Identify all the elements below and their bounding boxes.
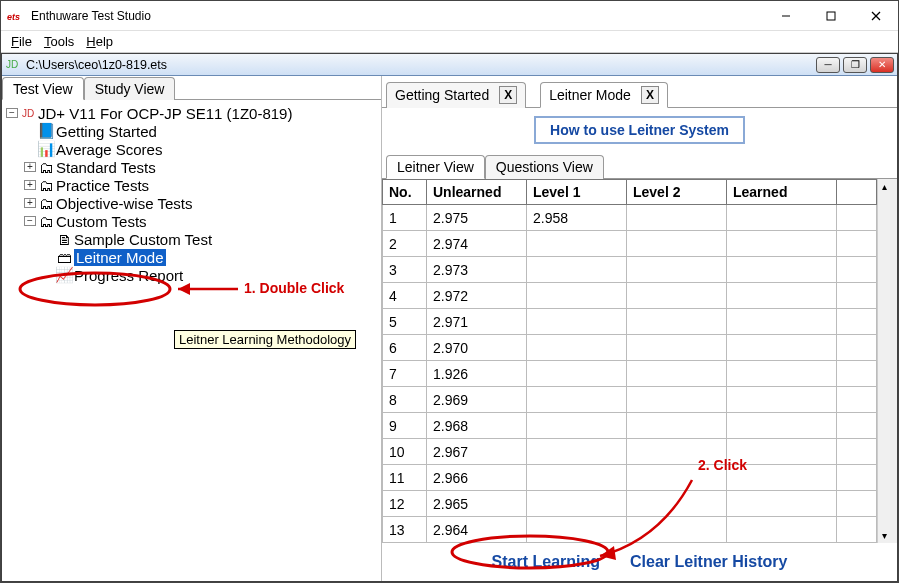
cell-l1[interactable]	[527, 309, 627, 335]
table-row[interactable]: 22.974	[383, 231, 877, 257]
cell-l1[interactable]	[527, 335, 627, 361]
cell-no[interactable]: 3	[383, 257, 427, 283]
table-row[interactable]: 71.926	[383, 361, 877, 387]
cell-no[interactable]: 12	[383, 491, 427, 517]
cell-l2[interactable]	[627, 309, 727, 335]
how-to-button[interactable]: How to use Leitner System	[534, 116, 745, 144]
col-learned[interactable]: Learned	[727, 180, 837, 205]
cell-no[interactable]: 2	[383, 231, 427, 257]
cell-no[interactable]: 8	[383, 387, 427, 413]
cell-no[interactable]: 10	[383, 439, 427, 465]
menu-help[interactable]: Help	[80, 32, 119, 51]
cell-unlearned[interactable]: 2.968	[427, 413, 527, 439]
tree-progress-report[interactable]: 📈 Progress Report	[6, 266, 377, 284]
minimize-button[interactable]	[763, 2, 808, 30]
cell-l2[interactable]	[627, 517, 727, 543]
collapse-icon[interactable]: −	[6, 108, 18, 118]
cell-l2[interactable]	[627, 465, 727, 491]
tree-getting-started[interactable]: 📘 Getting Started	[6, 122, 377, 140]
col-level2[interactable]: Level 2	[627, 180, 727, 205]
cell-unlearned[interactable]: 2.973	[427, 257, 527, 283]
expand-icon[interactable]: +	[24, 162, 36, 172]
cell-unlearned[interactable]: 2.970	[427, 335, 527, 361]
cell-learned[interactable]	[727, 205, 837, 231]
table-row[interactable]: 42.972	[383, 283, 877, 309]
cell-learned[interactable]	[727, 491, 837, 517]
cell-no[interactable]: 4	[383, 283, 427, 309]
cell-l1[interactable]	[527, 517, 627, 543]
cell-no[interactable]: 7	[383, 361, 427, 387]
cell-l2[interactable]	[627, 491, 727, 517]
cell-l1[interactable]	[527, 465, 627, 491]
scroll-up-icon[interactable]: ▴	[882, 181, 887, 192]
table-row[interactable]: 32.973	[383, 257, 877, 283]
subtab-questions-view[interactable]: Questions View	[485, 155, 604, 179]
cell-l2[interactable]	[627, 257, 727, 283]
tab-test-view[interactable]: Test View	[2, 77, 84, 100]
cell-no[interactable]: 9	[383, 413, 427, 439]
table-row[interactable]: 12.9752.958	[383, 205, 877, 231]
table-row[interactable]: 112.966	[383, 465, 877, 491]
tree-objective-wise[interactable]: + 🗂 Objective-wise Tests	[6, 194, 377, 212]
cell-learned[interactable]	[727, 387, 837, 413]
tree-leitner-mode[interactable]: 🗃 Leitner Mode	[6, 248, 377, 266]
cell-l1[interactable]	[527, 283, 627, 309]
cell-l1[interactable]: 2.958	[527, 205, 627, 231]
cell-unlearned[interactable]: 2.965	[427, 491, 527, 517]
close-tab-getting-started[interactable]: X	[499, 86, 517, 104]
mdi-close-button[interactable]: ✕	[870, 57, 894, 73]
cell-l1[interactable]	[527, 231, 627, 257]
cell-learned[interactable]	[727, 257, 837, 283]
tree-root[interactable]: − JD JD+ V11 For OCP-JP SE11 (1Z0-819)	[6, 104, 377, 122]
tab-leitner-mode[interactable]: Leitner Mode X	[540, 82, 668, 108]
close-tab-leitner-mode[interactable]: X	[641, 86, 659, 104]
mdi-minimize-button[interactable]: ─	[816, 57, 840, 73]
tree-standard-tests[interactable]: + 🗂 Standard Tests	[6, 158, 377, 176]
cell-l2[interactable]	[627, 413, 727, 439]
cell-learned[interactable]	[727, 309, 837, 335]
cell-no[interactable]: 1	[383, 205, 427, 231]
cell-learned[interactable]	[727, 335, 837, 361]
cell-learned[interactable]	[727, 361, 837, 387]
menu-file[interactable]: File	[5, 32, 38, 51]
cell-l2[interactable]	[627, 205, 727, 231]
expand-icon[interactable]: +	[24, 198, 36, 208]
cell-unlearned[interactable]: 2.964	[427, 517, 527, 543]
col-level1[interactable]: Level 1	[527, 180, 627, 205]
cell-unlearned[interactable]: 2.974	[427, 231, 527, 257]
cell-unlearned[interactable]: 2.966	[427, 465, 527, 491]
cell-no[interactable]: 5	[383, 309, 427, 335]
cell-l1[interactable]	[527, 257, 627, 283]
cell-unlearned[interactable]: 2.975	[427, 205, 527, 231]
tree-practice-tests[interactable]: + 🗂 Practice Tests	[6, 176, 377, 194]
cell-learned[interactable]	[727, 517, 837, 543]
cell-l1[interactable]	[527, 491, 627, 517]
cell-l2[interactable]	[627, 387, 727, 413]
cell-learned[interactable]	[727, 439, 837, 465]
cell-learned[interactable]	[727, 465, 837, 491]
tree-average-scores[interactable]: 📊 Average Scores	[6, 140, 377, 158]
cell-learned[interactable]	[727, 231, 837, 257]
col-no[interactable]: No.	[383, 180, 427, 205]
expand-icon[interactable]: +	[24, 180, 36, 190]
table-row[interactable]: 132.964	[383, 517, 877, 543]
cell-learned[interactable]	[727, 413, 837, 439]
col-unlearned[interactable]: Unlearned	[427, 180, 527, 205]
cell-no[interactable]: 6	[383, 335, 427, 361]
cell-no[interactable]: 11	[383, 465, 427, 491]
close-button[interactable]	[853, 2, 898, 30]
cell-unlearned[interactable]: 2.967	[427, 439, 527, 465]
tree-custom-tests[interactable]: − 🗂 Custom Tests	[6, 212, 377, 230]
mdi-restore-button[interactable]: ❐	[843, 57, 867, 73]
cell-l1[interactable]	[527, 413, 627, 439]
table-row[interactable]: 82.969	[383, 387, 877, 413]
table-row[interactable]: 52.971	[383, 309, 877, 335]
cell-l2[interactable]	[627, 439, 727, 465]
cell-l2[interactable]	[627, 361, 727, 387]
cell-unlearned[interactable]: 1.926	[427, 361, 527, 387]
table-row[interactable]: 122.965	[383, 491, 877, 517]
table-row[interactable]: 102.967	[383, 439, 877, 465]
clear-history-button[interactable]: Clear Leitner History	[630, 553, 787, 571]
cell-l1[interactable]	[527, 439, 627, 465]
collapse-icon[interactable]: −	[24, 216, 36, 226]
